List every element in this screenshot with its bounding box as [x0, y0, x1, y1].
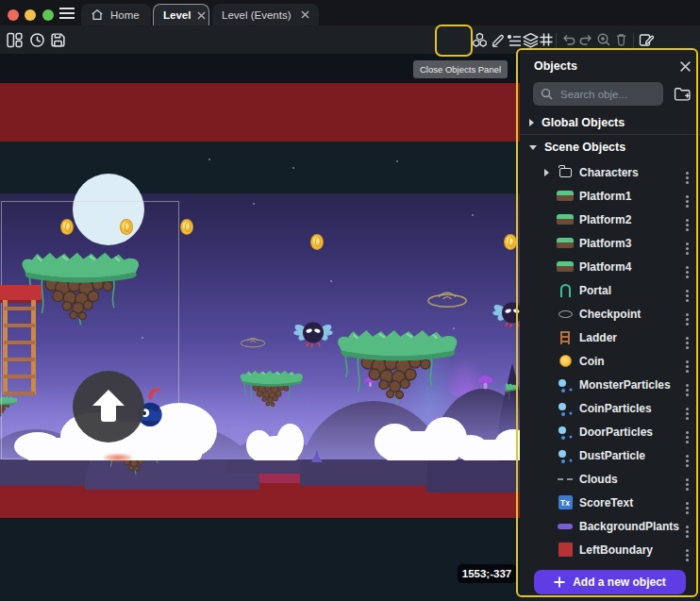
ladder-instance[interactable]	[0, 285, 43, 398]
object-row-ladder[interactable]: Ladder	[520, 326, 700, 349]
search-input[interactable]	[558, 88, 656, 101]
object-name: Platform1	[579, 190, 631, 203]
kebab-menu-icon[interactable]	[681, 495, 692, 510]
particles-icon	[558, 426, 566, 434]
add-object-button[interactable]: Add a new object	[534, 570, 686, 594]
object-row-platform1[interactable]: Platform1	[520, 184, 700, 208]
object-row-scoretext[interactable]: Tx ScoreText	[520, 491, 700, 514]
grid-icon[interactable]	[539, 32, 556, 49]
object-row-monsterparticles[interactable]: MonsterParticles	[520, 373, 700, 396]
touch-up-arrow-button[interactable]	[73, 371, 144, 442]
kebab-menu-icon[interactable]	[681, 425, 692, 440]
particles-icon	[558, 450, 566, 458]
object-row-checkpoint[interactable]: Checkpoint	[520, 302, 700, 326]
object-groups-icon[interactable]	[472, 32, 489, 49]
caret-down-icon	[529, 145, 537, 150]
object-row-platform2[interactable]: Platform2	[520, 208, 700, 231]
window-minimize-button[interactable]	[25, 9, 36, 21]
object-row-clouds[interactable]: Clouds	[520, 467, 700, 491]
gdevelop-window: Home Level Level (Events) Preview	[0, 0, 700, 601]
coin-instance[interactable]	[180, 219, 193, 235]
object-row-platform4[interactable]: Platform4	[520, 255, 700, 278]
monster-instance[interactable]	[490, 297, 520, 328]
kebab-menu-icon[interactable]	[681, 401, 692, 416]
object-name: CoinParticles	[579, 402, 652, 415]
cloud-instance[interactable]	[253, 436, 298, 460]
menu-icon[interactable]	[58, 6, 75, 21]
add-folder-icon[interactable]	[674, 83, 694, 104]
search-bar[interactable]	[533, 82, 663, 106]
coin-instance[interactable]	[504, 234, 517, 250]
toolbar-separator	[633, 33, 634, 48]
kebab-menu-icon[interactable]	[681, 448, 692, 463]
kebab-menu-icon[interactable]	[681, 283, 692, 298]
object-row-platform3[interactable]: Platform3	[520, 231, 700, 255]
checkpoint-instance[interactable]	[239, 335, 267, 348]
platform-icon	[557, 191, 574, 201]
object-row-dustparticle[interactable]: DustParticle	[520, 443, 700, 467]
particles-icon	[558, 403, 566, 410]
close-panel-button[interactable]	[679, 59, 692, 73]
window-zoom-button[interactable]	[42, 9, 54, 21]
close-tab-icon[interactable]	[197, 11, 206, 20]
background-band-red-top	[0, 83, 520, 142]
object-name: DustParticle	[579, 449, 645, 462]
kebab-menu-icon[interactable]	[681, 259, 692, 275]
object-row-characters[interactable]: Characters	[520, 160, 700, 184]
platform-island-instance[interactable]	[218, 368, 325, 414]
redo-icon[interactable]	[578, 32, 595, 49]
object-row-backgroundplants[interactable]: BackgroundPlants	[520, 514, 700, 538]
kebab-menu-icon[interactable]	[681, 354, 692, 369]
kebab-menu-icon[interactable]	[681, 472, 692, 487]
checkpoint-instance[interactable]	[425, 288, 470, 309]
star	[396, 160, 398, 162]
objects-panel-header: Objects	[520, 54, 700, 78]
edit-instances-icon[interactable]	[491, 32, 508, 49]
object-name: Portal	[579, 284, 611, 297]
kebab-menu-icon[interactable]	[681, 236, 692, 251]
zoom-icon[interactable]	[596, 32, 613, 49]
platform-icon	[557, 238, 574, 248]
monster-instance[interactable]	[291, 317, 336, 348]
section-scene-objects[interactable]: Scene Objects	[520, 138, 700, 157]
platform-island-instance[interactable]	[506, 376, 520, 413]
panel-title: Objects	[534, 59, 577, 73]
close-tab-icon[interactable]	[301, 10, 309, 19]
object-row-coin[interactable]: Coin	[520, 349, 700, 373]
platform-island-instance[interactable]	[333, 326, 462, 413]
trash-icon[interactable]	[614, 32, 631, 49]
checkpoint-icon	[558, 310, 573, 318]
layers-icon[interactable]	[523, 32, 540, 49]
cloud-instance[interactable]	[385, 431, 458, 460]
kebab-menu-icon[interactable]	[681, 377, 692, 392]
coin-instance[interactable]	[310, 234, 324, 250]
kebab-menu-icon[interactable]	[681, 212, 692, 227]
cloud-instance[interactable]	[462, 440, 520, 460]
kebab-menu-icon[interactable]	[681, 307, 692, 322]
section-global-objects[interactable]: Global Objects	[520, 113, 700, 132]
toolbar: Preview Share	[0, 25, 700, 54]
caret-right-icon	[544, 169, 549, 176]
scene-canvas[interactable]: 1553;-337	[0, 54, 520, 601]
history-icon[interactable]	[29, 32, 46, 49]
project-manager-icon[interactable]	[7, 32, 24, 49]
kebab-menu-icon[interactable]	[681, 189, 692, 204]
object-name: Characters	[579, 166, 639, 179]
tab-level[interactable]: Level	[153, 4, 209, 25]
window-close-button[interactable]	[8, 9, 19, 21]
kebab-menu-icon[interactable]	[681, 330, 692, 345]
kebab-menu-icon[interactable]	[681, 543, 692, 558]
instances-list-icon[interactable]	[507, 32, 524, 49]
tab-level-events[interactable]: Level (Events)	[212, 4, 319, 25]
object-row-doorparticles[interactable]: DoorParticles	[520, 420, 700, 443]
undo-icon[interactable]	[561, 32, 578, 49]
section-label: Scene Objects	[544, 141, 625, 154]
kebab-menu-icon[interactable]	[681, 165, 692, 180]
object-row-coinparticles[interactable]: CoinParticles	[520, 396, 700, 420]
edit-scene-icon[interactable]	[639, 32, 656, 49]
save-icon[interactable]	[50, 32, 67, 49]
object-row-leftboundary[interactable]: LeftBoundary	[520, 538, 700, 561]
tab-home[interactable]: Home	[81, 4, 151, 25]
object-row-portal[interactable]: Portal	[520, 278, 700, 302]
kebab-menu-icon[interactable]	[681, 519, 692, 534]
